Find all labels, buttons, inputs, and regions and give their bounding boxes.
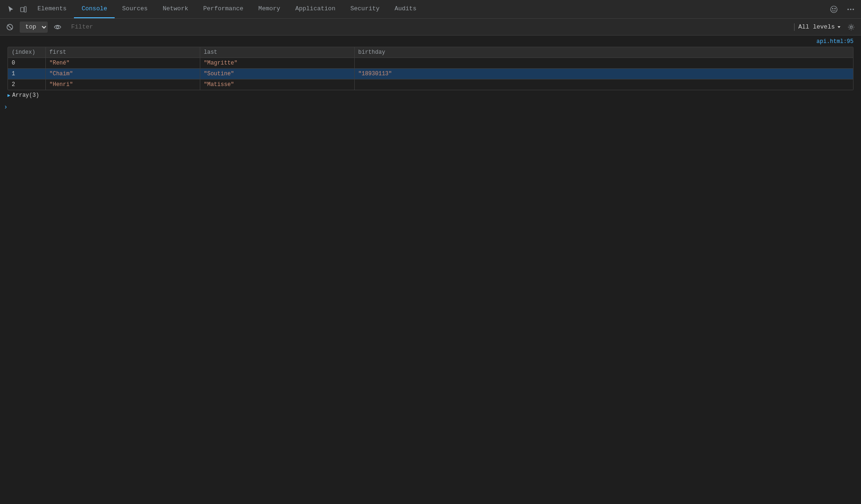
col-header-first: first — [45, 47, 200, 58]
svg-point-4 — [835, 8, 836, 9]
table-row[interactable]: 1 "Chaim" "Soutine" "18930113" — [8, 69, 853, 79]
table-row[interactable]: 2 "Henri" "Matisse" — [8, 79, 853, 90]
tab-console[interactable]: Console — [74, 0, 115, 18]
cell-last-1: "Soutine" — [200, 69, 354, 79]
cell-birthday-2 — [354, 79, 853, 90]
smiley-icon[interactable] — [827, 3, 840, 16]
tab-application[interactable]: Application — [288, 0, 343, 18]
svg-point-6 — [850, 8, 852, 10]
cell-first-2: "Henri" — [45, 79, 200, 90]
tab-performance[interactable]: Performance — [196, 0, 251, 18]
filter-divider — [794, 23, 795, 31]
tab-network[interactable]: Network — [155, 0, 196, 18]
tab-security[interactable]: Security — [343, 0, 387, 18]
cell-birthday-0 — [354, 58, 853, 69]
svg-point-2 — [831, 6, 837, 13]
eye-icon[interactable] — [51, 21, 64, 33]
devtools-nav: Elements Console Sources Network Perform… — [0, 0, 861, 19]
col-header-last: last — [200, 47, 354, 58]
cell-last-2: "Matisse" — [200, 79, 354, 90]
console-table-wrapper: (index) first last birthday 0 "René" "Ma… — [7, 47, 854, 90]
tab-audits[interactable]: Audits — [387, 0, 424, 18]
context-selector[interactable]: top — [20, 22, 48, 33]
cell-index-2: 2 — [8, 79, 45, 90]
tab-elements[interactable]: Elements — [30, 0, 74, 18]
svg-point-3 — [832, 8, 833, 9]
col-header-birthday: birthday — [354, 47, 853, 58]
console-toolbar: top All levels — [0, 19, 861, 36]
tab-sources[interactable]: Sources — [115, 0, 155, 18]
log-levels-select[interactable]: All levels — [798, 23, 841, 30]
console-prompt-row: › — [0, 101, 861, 113]
clear-console-button[interactable] — [4, 21, 16, 33]
table-row[interactable]: 0 "René" "Magritte" — [8, 58, 853, 69]
cursor-icon[interactable] — [4, 3, 17, 16]
source-link[interactable]: api.html:95 — [817, 38, 854, 45]
table-header-row: (index) first last birthday — [8, 47, 853, 58]
cell-index-1: 1 — [8, 69, 45, 79]
svg-point-11 — [850, 26, 853, 28]
array-expandable-row[interactable]: ▶ Array(3) — [0, 91, 861, 100]
array-label: Array(3) — [12, 92, 39, 99]
cell-first-0: "René" — [45, 58, 200, 69]
nav-right-icons — [827, 3, 857, 16]
cell-last-0: "Magritte" — [200, 58, 354, 69]
svg-point-5 — [847, 8, 849, 10]
svg-point-10 — [57, 26, 59, 28]
device-toolbar-icon[interactable] — [17, 3, 30, 16]
settings-icon[interactable] — [845, 21, 857, 33]
prompt-arrow-icon: › — [4, 103, 7, 111]
console-table: (index) first last birthday 0 "René" "Ma… — [8, 47, 853, 90]
svg-rect-1 — [24, 7, 26, 12]
svg-point-7 — [853, 8, 854, 10]
more-options-icon[interactable] — [844, 3, 857, 16]
cell-index-0: 0 — [8, 58, 45, 69]
svg-rect-0 — [21, 7, 24, 12]
expand-arrow-icon: ▶ — [7, 93, 10, 98]
console-content: api.html:95 (index) first last birthday … — [0, 36, 861, 115]
svg-line-9 — [7, 25, 12, 29]
filter-input[interactable] — [67, 23, 790, 30]
console-prompt-input[interactable] — [11, 104, 857, 111]
source-link-row: api.html:95 — [0, 37, 861, 46]
cell-first-1: "Chaim" — [45, 69, 200, 79]
col-header-index: (index) — [8, 47, 45, 58]
nav-tabs: Elements Console Sources Network Perform… — [30, 0, 827, 18]
cell-birthday-1: "18930113" — [354, 69, 853, 79]
tab-memory[interactable]: Memory — [251, 0, 288, 18]
